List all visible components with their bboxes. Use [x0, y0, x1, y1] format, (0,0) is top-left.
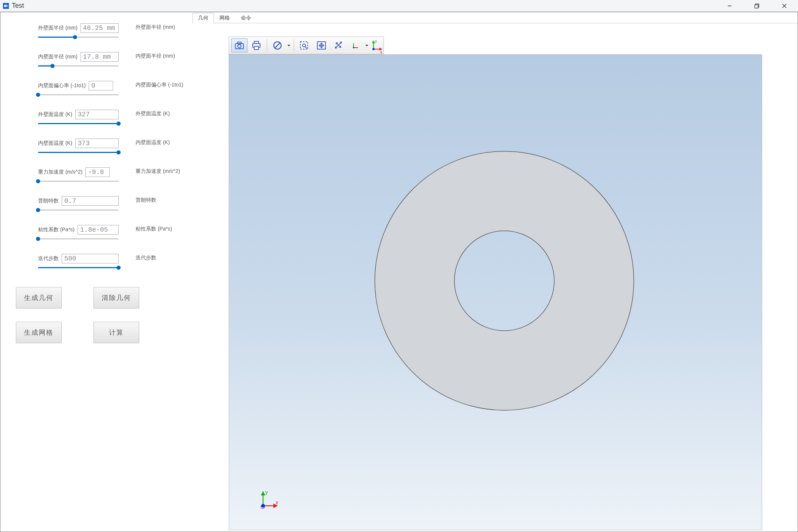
viewport[interactable]: y x — [229, 54, 762, 530]
svg-line-13 — [275, 43, 280, 48]
client-area: 外壁面半径 (mm)外壁面半径 (mm)内壁面半径 (mm)内壁面半径 (mm)… — [0, 12, 798, 532]
viewer-toolbar — [229, 37, 384, 54]
action-button-group: 生成几何 清除几何 生成网格 计算 — [0, 287, 192, 343]
viewer-panel: 几何网格命令 y x — [192, 12, 798, 532]
param-input[interactable] — [62, 254, 119, 263]
compute-button[interactable]: 计算 — [93, 322, 139, 343]
param-slider[interactable] — [38, 179, 119, 183]
nodo-icon[interactable] — [269, 38, 286, 52]
dropdown-arrow-icon[interactable] — [286, 45, 291, 47]
svg-rect-3 — [755, 5, 758, 8]
tab-1[interactable]: 网格 — [214, 13, 235, 23]
param-input[interactable] — [81, 52, 119, 62]
svg-point-36 — [375, 151, 634, 410]
svg-rect-7 — [238, 42, 241, 44]
param-label: 粘性系数 (Pa*s) — [38, 226, 75, 233]
param-input[interactable] — [78, 225, 119, 235]
window-controls — [716, 0, 798, 11]
param-row: 迭代步数迭代步数 — [4, 254, 189, 273]
svg-rect-11 — [254, 47, 259, 50]
param-block: 粘性系数 (Pa*s) — [38, 225, 119, 241]
param-slider[interactable] — [38, 122, 119, 125]
canvas-wrap: y x — [192, 23, 798, 532]
close-button[interactable] — [771, 0, 798, 12]
param-row: 重力加速度 (m/s^2)重力加速度 (m/s^2) — [4, 167, 189, 187]
param-label: 重力加速度 (m/s^2) — [38, 169, 82, 175]
maximize-button[interactable] — [743, 0, 771, 12]
param-label: 外壁面半径 (mm) — [38, 25, 78, 31]
generate-mesh-button[interactable]: 生成网格 — [16, 322, 62, 343]
param-input[interactable] — [85, 167, 110, 177]
window-title: Test — [12, 2, 24, 10]
axis-icon[interactable] — [347, 38, 364, 52]
param-slider[interactable] — [38, 93, 119, 96]
param-row: 内壁面半径 (mm)内壁面半径 (mm) — [4, 52, 189, 71]
param-block: 外壁面温度 (K) — [38, 110, 119, 125]
param-echo-label: 重力加速度 (m/s^2) — [136, 167, 180, 175]
param-input[interactable] — [75, 139, 119, 148]
box-select-icon[interactable] — [296, 38, 313, 52]
param-label: 内壁面半径 (mm) — [38, 54, 78, 60]
param-input[interactable] — [62, 196, 119, 206]
param-echo-label: 外壁面温度 (K) — [136, 110, 170, 117]
param-echo-label: 普朗特数 — [136, 196, 156, 204]
tab-0[interactable]: 几何 — [192, 13, 214, 23]
svg-point-26 — [353, 47, 354, 48]
svg-point-15 — [303, 44, 306, 47]
parameters-panel: 外壁面半径 (mm)外壁面半径 (mm)内壁面半径 (mm)内壁面半径 (mm)… — [0, 12, 192, 532]
titlebar-left: Test — [2, 2, 24, 10]
param-input[interactable] — [75, 110, 119, 119]
print-icon[interactable] — [248, 38, 265, 52]
param-label: 迭代步数 — [38, 255, 59, 262]
param-echo-label: 内壁面半径 (mm) — [136, 52, 175, 59]
param-block: 外壁面半径 (mm) — [38, 23, 119, 39]
geometry-render — [229, 55, 762, 530]
param-echo-label: 外壁面半径 (mm) — [136, 23, 175, 31]
generate-geometry-button[interactable]: 生成几何 — [16, 287, 62, 308]
param-slider[interactable] — [38, 35, 119, 39]
camera-icon[interactable] — [231, 38, 248, 52]
parameter-grid: 外壁面半径 (mm)外壁面半径 (mm)内壁面半径 (mm)内壁面半径 (mm)… — [0, 23, 192, 273]
param-row: 外壁面温度 (K)外壁面温度 (K) — [4, 110, 189, 129]
tab-bar: 几何网格命令 — [192, 12, 798, 23]
param-slider[interactable] — [38, 208, 119, 212]
param-block: 普朗特数 — [38, 196, 119, 212]
param-block: 重力加速度 (m/s^2) — [38, 167, 119, 183]
app-icon — [2, 2, 10, 10]
titlebar: Test — [0, 0, 798, 12]
param-echo-label: 粘性系数 (Pa*s) — [136, 225, 172, 232]
param-input[interactable] — [81, 23, 119, 33]
param-slider[interactable] — [38, 64, 119, 68]
diag-icon[interactable] — [330, 38, 347, 52]
param-row: 粘性系数 (Pa*s)粘性系数 (Pa*s) — [4, 225, 189, 244]
param-label: 普朗特数 — [38, 198, 59, 204]
param-label: 内壁面偏心率 (-1to1) — [38, 82, 86, 89]
param-label: 内壁面温度 (K) — [38, 140, 72, 147]
fit-icon[interactable] — [313, 38, 330, 52]
svg-rect-10 — [254, 41, 259, 44]
param-row: 内壁面偏心率 (-1to1)内壁面偏心率 (-1to1) — [4, 81, 189, 100]
dropdown-arrow-icon[interactable] — [364, 45, 369, 47]
minimize-button[interactable] — [716, 0, 743, 12]
svg-point-8 — [238, 45, 241, 48]
param-row: 外壁面半径 (mm)外壁面半径 (mm) — [4, 23, 189, 42]
toolbar-separator — [294, 39, 294, 52]
param-block: 内壁面温度 (K) — [38, 139, 119, 154]
param-slider[interactable] — [38, 237, 119, 241]
param-row: 普朗特数普朗特数 — [4, 196, 189, 215]
toolbar-separator — [267, 39, 267, 52]
param-echo-label: 内壁面偏心率 (-1to1) — [136, 81, 183, 88]
param-slider[interactable] — [38, 150, 119, 154]
tab-2[interactable]: 命令 — [235, 13, 257, 23]
param-block: 内壁面半径 (mm) — [38, 52, 119, 68]
param-label: 外壁面温度 (K) — [38, 111, 72, 118]
param-block: 迭代步数 — [38, 254, 119, 269]
svg-line-16 — [305, 47, 307, 48]
param-row: 内壁面温度 (K)内壁面温度 (K) — [4, 139, 189, 158]
param-input[interactable] — [89, 81, 113, 91]
param-block: 内壁面偏心率 (-1to1) — [38, 81, 119, 96]
param-slider[interactable] — [38, 266, 119, 269]
clear-geometry-button[interactable]: 清除几何 — [93, 287, 139, 308]
param-echo-label: 内壁面温度 (K) — [136, 139, 170, 146]
param-echo-label: 迭代步数 — [136, 254, 156, 261]
